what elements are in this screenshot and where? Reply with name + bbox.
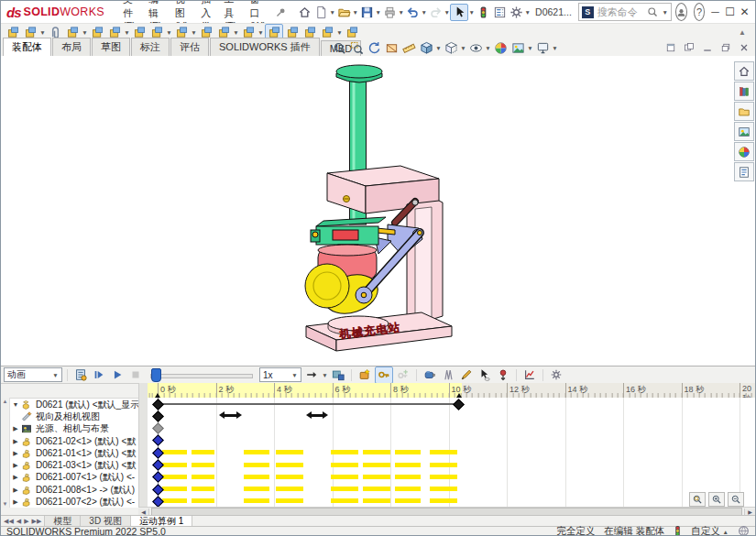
- auto-key-icon[interactable]: [375, 366, 393, 384]
- change-bar[interactable]: [162, 475, 187, 479]
- save-dropdown-icon[interactable]: ▼: [375, 9, 381, 16]
- next-tab-icon[interactable]: ▶: [24, 518, 28, 525]
- view-orientation-dropdown-icon[interactable]: ▼: [435, 45, 442, 51]
- animation-wizard-icon[interactable]: [356, 367, 373, 383]
- measure-icon[interactable]: [400, 40, 417, 56]
- change-bar[interactable]: [395, 475, 422, 479]
- account-icon[interactable]: [675, 3, 687, 21]
- stop-icon[interactable]: [127, 367, 144, 383]
- change-bar[interactable]: [192, 463, 214, 467]
- change-bar[interactable]: [395, 498, 422, 503]
- open-icon[interactable]: [335, 5, 352, 20]
- study-type-select[interactable]: 动画▼: [4, 367, 62, 382]
- key-point[interactable]: [152, 447, 164, 459]
- change-bar[interactable]: [363, 475, 390, 479]
- tree-item-4[interactable]: ▶D0621-01<1> (默认) <默: [10, 447, 138, 459]
- expand-icon[interactable]: ▶: [12, 450, 19, 457]
- print-icon[interactable]: [381, 5, 398, 20]
- close-doc-icon[interactable]: [737, 41, 751, 54]
- new-document-icon[interactable]: [312, 5, 329, 20]
- change-bar[interactable]: [244, 450, 270, 454]
- custom-properties-icon[interactable]: [734, 162, 754, 181]
- change-bar[interactable]: [276, 463, 303, 467]
- search-dropdown-icon[interactable]: ▼: [662, 9, 668, 16]
- change-bar[interactable]: [244, 498, 270, 503]
- tab-装配体[interactable]: 装配体: [3, 38, 51, 56]
- play-from-start-icon[interactable]: [91, 367, 107, 383]
- graphics-viewport[interactable]: 机械充电站: [1, 56, 755, 365]
- zoom-to-area-icon[interactable]: [348, 40, 365, 56]
- last-tab-icon[interactable]: ▶▶: [32, 518, 42, 525]
- appearances-scenes-icon[interactable]: [734, 142, 754, 161]
- key-point[interactable]: [152, 484, 164, 496]
- select-icon[interactable]: [450, 4, 468, 21]
- motor-icon[interactable]: [422, 367, 438, 383]
- change-bar[interactable]: [276, 450, 303, 454]
- change-bar[interactable]: [276, 475, 303, 479]
- tab-草图[interactable]: 草图: [92, 38, 130, 56]
- change-bar[interactable]: [331, 475, 358, 479]
- tree-item-1[interactable]: 视向及相机视图: [10, 410, 138, 422]
- timeline-ruler[interactable]: 0 秒2 秒4 秒6 秒8 秒10 秒12 秒14 秒16 秒18 秒20 秒: [148, 383, 755, 399]
- first-tab-icon[interactable]: ◀◀: [4, 518, 14, 525]
- change-bar[interactable]: [244, 463, 270, 467]
- change-bar[interactable]: [192, 498, 214, 503]
- duration-bar[interactable]: [158, 403, 459, 405]
- change-bar[interactable]: [430, 475, 457, 479]
- new-document-dropdown-icon[interactable]: ▼: [329, 9, 335, 16]
- key-point[interactable]: [152, 496, 164, 508]
- apply-scene-dropdown-icon[interactable]: ▼: [527, 45, 533, 51]
- undo-dropdown-icon[interactable]: ▼: [421, 9, 427, 16]
- large-design-review-dropdown-icon[interactable]: ▼: [336, 29, 343, 36]
- key-point[interactable]: [152, 410, 164, 422]
- open-dropdown-icon[interactable]: ▼: [352, 9, 358, 16]
- change-bar[interactable]: [395, 487, 422, 491]
- change-bar[interactable]: [192, 487, 214, 491]
- tree-item-7[interactable]: ▶D0621-008<1> -> (默认): [10, 484, 138, 496]
- slider-thumb[interactable]: [151, 368, 161, 382]
- key-point[interactable]: [152, 471, 164, 483]
- change-bar[interactable]: [430, 450, 457, 454]
- view-palette-icon[interactable]: [734, 122, 754, 141]
- move-component-dropdown-icon[interactable]: ▼: [124, 29, 130, 36]
- options-list-icon[interactable]: [491, 5, 508, 20]
- home-icon[interactable]: [296, 5, 312, 20]
- collapse-icon[interactable]: ▼: [12, 401, 19, 408]
- cascade-icon[interactable]: [682, 41, 696, 54]
- play-icon[interactable]: [109, 367, 126, 383]
- tree-item-8[interactable]: ▶D0621-007<2> (默认) <-: [10, 496, 138, 508]
- change-bar[interactable]: [363, 450, 390, 454]
- change-bar[interactable]: [244, 475, 270, 479]
- playback-speed-select[interactable]: 1x▼: [259, 367, 301, 382]
- new-window-icon[interactable]: [663, 41, 678, 54]
- help-icon[interactable]: ?: [694, 3, 705, 21]
- change-bar[interactable]: [395, 450, 422, 454]
- save-animation-icon[interactable]: [330, 367, 346, 383]
- model-frame-base[interactable]: 机械充电站: [306, 312, 452, 351]
- expand-icon[interactable]: ▶: [12, 498, 19, 506]
- hide-show-items-dropdown-icon[interactable]: ▼: [485, 45, 491, 51]
- file-explorer-icon[interactable]: [734, 102, 754, 121]
- expand-icon[interactable]: ▶: [12, 462, 19, 469]
- display-style-dropdown-icon[interactable]: ▼: [460, 45, 466, 51]
- playback-mode-dropdown-icon[interactable]: ▼: [322, 372, 328, 378]
- change-bar[interactable]: [331, 487, 358, 491]
- change-bar[interactable]: [162, 450, 187, 454]
- search-command-box[interactable]: S 搜索命令 ▼: [578, 3, 672, 21]
- expand-icon[interactable]: ▶: [12, 474, 19, 481]
- change-bar[interactable]: [162, 487, 187, 491]
- section-view-icon[interactable]: [383, 40, 400, 56]
- reference-geometry-dropdown-icon[interactable]: ▼: [191, 29, 197, 36]
- tree-scrollbar[interactable]: ▲▼: [1, 398, 10, 508]
- change-bar[interactable]: [162, 463, 187, 467]
- redo-icon[interactable]: [427, 5, 444, 20]
- search-input[interactable]: 搜索命令: [597, 5, 643, 19]
- apply-scene-icon[interactable]: [509, 40, 526, 56]
- print-dropdown-icon[interactable]: ▼: [398, 9, 404, 16]
- change-bar[interactable]: [363, 487, 390, 491]
- change-bar[interactable]: [363, 498, 390, 503]
- tree-item-5[interactable]: ▶D0621-03<1> (默认) <默: [10, 459, 138, 471]
- change-bar[interactable]: [395, 463, 422, 467]
- pin-menu-icon[interactable]: [273, 5, 288, 19]
- rebuild-icon[interactable]: [475, 5, 491, 20]
